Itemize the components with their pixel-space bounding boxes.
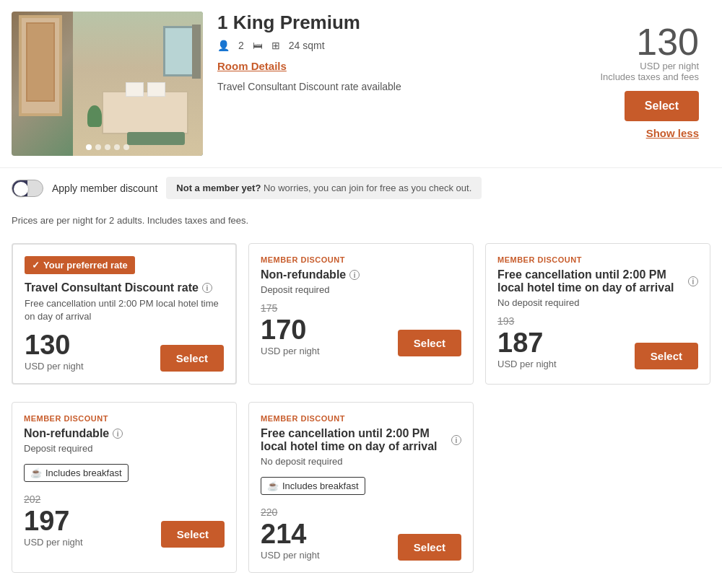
room-meta: 👤 2 🛏 ⊞ 24 sqmt bbox=[217, 40, 574, 51]
member-discount-toggle[interactable] bbox=[12, 180, 43, 197]
room-details-link[interactable]: Room Details bbox=[217, 60, 574, 72]
discount-text: Travel Consultant Discount rate availabl… bbox=[217, 81, 574, 92]
rate-price-2: 187 bbox=[497, 328, 557, 359]
dot-2[interactable] bbox=[95, 144, 101, 150]
coffee-icon-3: ☕ bbox=[30, 468, 42, 478]
info-icon-4[interactable]: i bbox=[451, 435, 461, 445]
rate-name-4: Free cancellation until 2:00 PM local ho… bbox=[261, 427, 461, 453]
select-button-4[interactable]: Select bbox=[398, 534, 461, 561]
rates-grid-top: ✓ Your preferred rate Travel Consultant … bbox=[0, 237, 722, 390]
info-icon-0[interactable]: i bbox=[202, 283, 212, 293]
member-discount-label-1: MEMBER DISCOUNT bbox=[261, 255, 461, 264]
member-notice-bold: Not a member yet? bbox=[176, 183, 261, 193]
rate-strikethrough-3: 202 bbox=[24, 493, 83, 505]
rate-price-block-3: 202 197 USD per night bbox=[24, 493, 83, 548]
image-dots bbox=[86, 144, 129, 150]
size-icon: ⊞ bbox=[271, 40, 280, 51]
rate-name-3: Non-refundable i bbox=[24, 427, 225, 440]
dot-5[interactable] bbox=[123, 144, 129, 150]
rate-cancel-0: Free cancellation until 2:00 PM local ho… bbox=[25, 297, 224, 323]
empty-card bbox=[485, 402, 710, 573]
toggle-track[interactable] bbox=[12, 180, 43, 197]
prices-note: Prices are per night for 2 adults. Inclu… bbox=[0, 208, 722, 237]
rate-price-3: 197 bbox=[24, 506, 83, 537]
rate-card-member-free-cancel: MEMBER DISCOUNT Free cancellation until … bbox=[485, 243, 710, 385]
member-discount-label-2: MEMBER DISCOUNT bbox=[497, 255, 698, 264]
rate-price-block-4: 220 214 USD per night bbox=[261, 506, 320, 561]
rate-deposit-3: Deposit required bbox=[24, 443, 225, 454]
rate-strikethrough-2: 193 bbox=[497, 315, 557, 327]
header-price: 130 bbox=[636, 23, 699, 61]
member-discount-label-4: MEMBER DISCOUNT bbox=[261, 414, 461, 423]
member-toggle-bar: Apply member discount Not a member yet? … bbox=[0, 168, 722, 208]
rate-card-member-nonrefundable-breakfast: MEMBER DISCOUNT Non-refundable i Deposit… bbox=[12, 402, 237, 573]
rate-price-unit-4: USD per night bbox=[261, 550, 320, 561]
header-price-sub2: Includes taxes and fees bbox=[600, 71, 699, 82]
rate-card-member-free-cancel-breakfast: MEMBER DISCOUNT Free cancellation until … bbox=[248, 402, 474, 573]
member-notice: Not a member yet? No worries, you can jo… bbox=[166, 177, 482, 199]
rate-price-row-1: 175 170 USD per night Select bbox=[261, 302, 461, 356]
rates-grid-bottom: MEMBER DISCOUNT Non-refundable i Deposit… bbox=[0, 390, 722, 579]
info-icon-1[interactable]: i bbox=[349, 270, 360, 280]
rate-price-block-2: 193 187 USD per night bbox=[497, 315, 557, 369]
bed-icon: 🛏 bbox=[253, 40, 263, 51]
preferred-badge: ✓ Your preferred rate bbox=[25, 256, 135, 274]
header-price-section: 130 USD per night Includes taxes and fee… bbox=[588, 12, 710, 156]
breakfast-label-3: Includes breakfast bbox=[45, 468, 122, 478]
room-info: 1 King Premium 👤 2 🛏 ⊞ 24 sqmt Room Deta… bbox=[203, 12, 588, 156]
rate-deposit-2: No deposit required bbox=[497, 297, 698, 308]
info-icon-2[interactable]: i bbox=[688, 276, 698, 286]
rate-deposit-4: No deposit required bbox=[261, 456, 461, 467]
rate-price-4: 214 bbox=[261, 519, 320, 550]
select-button-2[interactable]: Select bbox=[635, 343, 698, 369]
room-image bbox=[12, 12, 203, 156]
rate-price-row-2: 193 187 USD per night Select bbox=[497, 315, 698, 369]
rate-price-unit-1: USD per night bbox=[261, 346, 320, 356]
dot-3[interactable] bbox=[105, 144, 110, 150]
rate-price-unit-3: USD per night bbox=[24, 537, 83, 548]
dot-1[interactable] bbox=[86, 144, 92, 150]
toggle-knob bbox=[14, 182, 28, 196]
room-title: 1 King Premium bbox=[217, 12, 574, 34]
rate-deposit-1: Deposit required bbox=[261, 284, 461, 295]
select-button-1[interactable]: Select bbox=[398, 330, 461, 356]
dot-4[interactable] bbox=[114, 144, 120, 150]
rate-price-0: 130 bbox=[25, 330, 84, 361]
room-image-container bbox=[12, 12, 203, 156]
rate-strikethrough-4: 220 bbox=[261, 506, 320, 518]
rate-price-unit-2: USD per night bbox=[497, 359, 557, 369]
rate-name-0: Travel Consultant Discount rate i bbox=[25, 281, 224, 294]
rate-name-2: Free cancellation until 2:00 PM local ho… bbox=[497, 268, 698, 294]
breakfast-badge-4: ☕ Includes breakfast bbox=[261, 477, 365, 495]
toggle-label: Apply member discount bbox=[52, 183, 157, 194]
rate-price-block-0: 130 USD per night bbox=[25, 330, 84, 372]
rate-name-1: Non-refundable i bbox=[261, 268, 461, 281]
check-icon: ✓ bbox=[32, 260, 40, 271]
rate-price-row-3: 202 197 USD per night Select bbox=[24, 493, 225, 548]
rate-card-preferred: ✓ Your preferred rate Travel Consultant … bbox=[12, 243, 237, 385]
select-button-0[interactable]: Select bbox=[160, 345, 224, 372]
rate-price-row-0: 130 USD per night Select bbox=[25, 330, 224, 372]
select-button-3[interactable]: Select bbox=[161, 521, 225, 548]
hotel-header: 1 King Premium 👤 2 🛏 ⊞ 24 sqmt Room Deta… bbox=[0, 0, 722, 168]
breakfast-badge-3: ☕ Includes breakfast bbox=[24, 464, 129, 482]
rate-strikethrough-1: 175 bbox=[261, 302, 320, 314]
rate-price-row-4: 220 214 USD per night Select bbox=[261, 506, 461, 561]
member-discount-label-3: MEMBER DISCOUNT bbox=[24, 414, 225, 423]
show-less-link[interactable]: Show less bbox=[646, 127, 699, 139]
room-size: 24 sqmt bbox=[289, 40, 325, 51]
rate-price-unit-0: USD per night bbox=[25, 361, 84, 372]
info-icon-3[interactable]: i bbox=[113, 429, 123, 439]
member-notice-text: No worries, you can join for free as you… bbox=[261, 183, 471, 193]
preferred-badge-label: Your preferred rate bbox=[43, 260, 128, 271]
guests-count: 2 bbox=[238, 40, 244, 51]
header-price-sub1: USD per night bbox=[640, 61, 699, 71]
coffee-icon-4: ☕ bbox=[267, 481, 279, 491]
header-select-button[interactable]: Select bbox=[625, 91, 699, 121]
rate-price-1: 170 bbox=[261, 315, 320, 346]
breakfast-label-4: Includes breakfast bbox=[282, 481, 359, 491]
rate-price-block-1: 175 170 USD per night bbox=[261, 302, 320, 356]
rate-card-member-nonrefundable: MEMBER DISCOUNT Non-refundable i Deposit… bbox=[248, 243, 474, 385]
guests-icon: 👤 bbox=[217, 40, 230, 51]
